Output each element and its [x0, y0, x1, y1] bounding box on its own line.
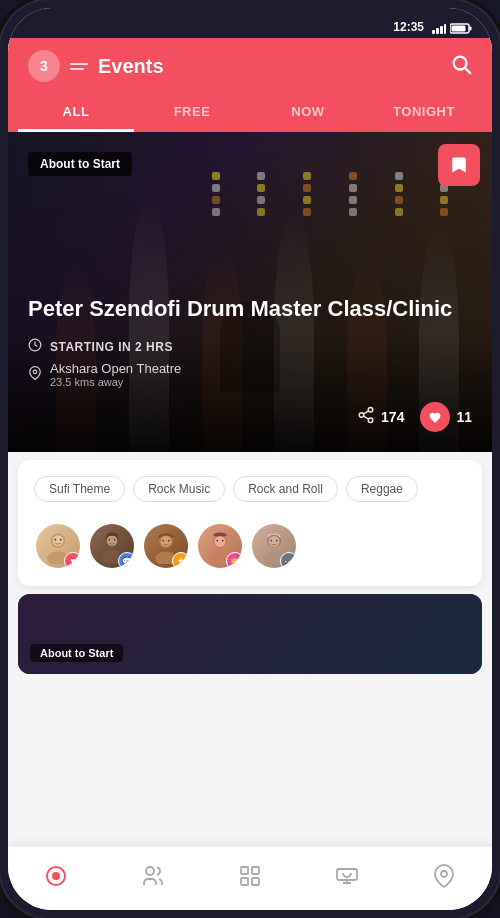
teaser-overlay	[18, 594, 482, 674]
people-icon	[141, 864, 165, 894]
home-icon	[44, 864, 68, 894]
tab-now[interactable]: NOW	[250, 94, 366, 132]
like-count: 11	[456, 409, 472, 425]
svg-point-30	[162, 540, 164, 542]
theatre-icon	[335, 864, 359, 894]
svg-point-19	[54, 539, 56, 541]
main-content: About to Start Peter Szendofi Drum Maste…	[8, 132, 492, 846]
svg-point-11	[368, 407, 373, 412]
tab-free[interactable]: FREE	[134, 94, 250, 132]
filter-tabs: ALL FREE NOW TONIGHT	[8, 94, 492, 132]
person-avatar-1[interactable]: ♥	[34, 522, 82, 570]
svg-rect-0	[432, 30, 435, 34]
svg-rect-46	[252, 867, 259, 874]
svg-rect-26	[107, 533, 118, 536]
person-badge-3: ★	[172, 552, 190, 570]
person-badge-1: ♥	[64, 552, 82, 570]
tab-all[interactable]: ALL	[18, 94, 134, 132]
second-event-badge: About to Start	[30, 644, 123, 662]
share-stat: 174	[357, 406, 404, 429]
person-badge-4: 🎫	[226, 552, 244, 570]
featured-event-card: About to Start Peter Szendofi Drum Maste…	[8, 132, 492, 452]
event-stats: 174 11	[28, 402, 472, 432]
svg-rect-2	[440, 26, 443, 34]
header-left: 3 Events	[28, 50, 164, 82]
page-title: Events	[98, 55, 164, 78]
svg-rect-48	[252, 878, 259, 885]
svg-point-44	[146, 867, 154, 875]
tag-chip-1[interactable]: Rock Music	[133, 476, 225, 502]
svg-point-13	[368, 418, 373, 423]
phone-notch	[180, 8, 320, 36]
like-button[interactable]	[420, 402, 450, 432]
location-pin-icon	[28, 366, 42, 383]
tab-tonight[interactable]: TONIGHT	[366, 94, 482, 132]
signal-icon	[432, 24, 446, 34]
svg-point-35	[216, 540, 218, 542]
phone-frame: 12:35 3	[0, 0, 500, 918]
grid-icon	[238, 864, 262, 894]
event-start-time: STARTING IN 2 HRS	[50, 340, 173, 354]
person-badge-5: ⋯	[280, 552, 298, 570]
svg-point-24	[108, 539, 110, 541]
event-image: About to Start Peter Szendofi Drum Maste…	[8, 132, 492, 452]
person-badge-2: 💬	[118, 552, 136, 570]
nav-item-grid[interactable]	[202, 864, 299, 894]
svg-point-31	[168, 540, 170, 542]
svg-point-40	[270, 540, 272, 542]
svg-rect-6	[452, 26, 466, 32]
venue-distance: 23.5 kms away	[50, 376, 181, 388]
svg-point-20	[60, 539, 62, 541]
svg-rect-5	[470, 27, 472, 31]
share-icon	[357, 406, 375, 429]
user-avatar[interactable]: 3	[28, 50, 60, 82]
svg-point-41	[276, 540, 278, 542]
svg-rect-1	[436, 28, 439, 34]
nav-item-location[interactable]	[395, 864, 492, 894]
phone-screen: 12:35 3	[8, 8, 492, 910]
svg-point-49	[441, 871, 447, 877]
event-meta: STARTING IN 2 HRS	[28, 338, 472, 388]
svg-point-34	[215, 536, 226, 547]
tag-chip-2[interactable]: Rock and Roll	[233, 476, 338, 502]
event-location-row: Akshara Open Theatre 23.5 kms away	[28, 361, 472, 388]
person-avatar-3[interactable]: ★	[142, 522, 190, 570]
map-pin-icon	[432, 864, 456, 894]
people-row: ♥	[34, 522, 466, 570]
svg-line-14	[364, 416, 369, 419]
tags-people-card: Sufi Theme Rock Music Rock and Roll Regg…	[18, 460, 482, 586]
header: 3 Events	[8, 38, 492, 94]
menu-lines-icon	[70, 63, 88, 70]
status-time: 12:35	[393, 20, 424, 34]
person-avatar-2[interactable]: 💬	[88, 522, 136, 570]
tag-chip-0[interactable]: Sufi Theme	[34, 476, 125, 502]
battery-icon	[450, 23, 472, 34]
like-stat: 11	[420, 402, 472, 432]
nav-item-home[interactable]	[8, 864, 105, 894]
event-info: Peter Szendofi Drum Master Class/Clinic	[8, 275, 492, 452]
bookmark-button[interactable]	[438, 144, 480, 186]
share-count: 174	[381, 409, 404, 425]
svg-rect-47	[241, 878, 248, 885]
event-location: Akshara Open Theatre 23.5 kms away	[50, 361, 181, 388]
search-button[interactable]	[450, 53, 472, 80]
venue-name: Akshara Open Theatre	[50, 361, 181, 376]
second-event-teaser[interactable]: About to Start	[18, 594, 482, 674]
svg-point-36	[222, 540, 224, 542]
app-container: 3 Events ALL FREE	[8, 38, 492, 910]
svg-point-25	[114, 539, 116, 541]
tag-chip-3[interactable]: Reggae	[346, 476, 418, 502]
bottom-nav	[8, 846, 492, 910]
event-title: Peter Szendofi Drum Master Class/Clinic	[28, 295, 472, 324]
nav-item-people[interactable]	[105, 864, 202, 894]
svg-line-8	[465, 68, 470, 73]
status-icons	[432, 23, 472, 34]
svg-point-43	[52, 872, 60, 880]
person-avatar-4[interactable]: 🎫	[196, 522, 244, 570]
event-status-badge: About to Start	[28, 152, 132, 176]
svg-point-10	[33, 370, 37, 374]
svg-line-15	[364, 410, 369, 413]
nav-item-theatre[interactable]	[298, 864, 395, 894]
person-avatar-5[interactable]: ⋯	[250, 522, 298, 570]
tags-row: Sufi Theme Rock Music Rock and Roll Regg…	[34, 476, 466, 506]
